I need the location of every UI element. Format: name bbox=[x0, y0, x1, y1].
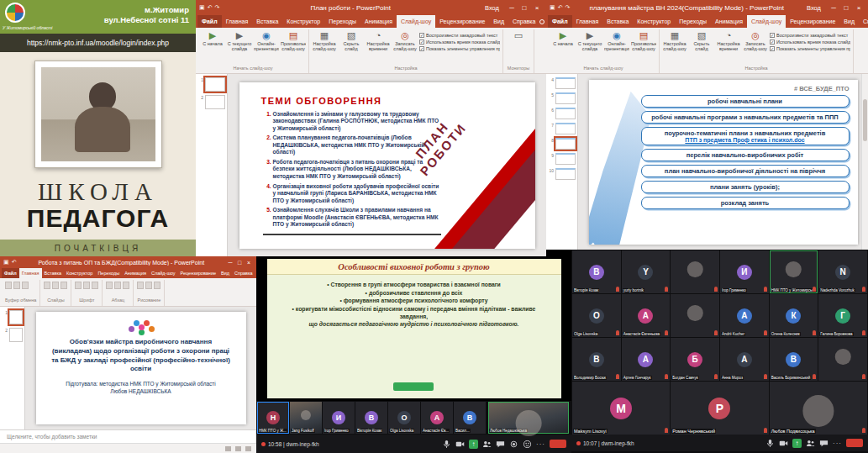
ribbon-tab[interactable]: Рецензирование bbox=[178, 268, 218, 278]
slide-thumbnail[interactable]: 1 bbox=[2, 310, 23, 324]
ribbon-button[interactable] bbox=[123, 282, 129, 289]
present-online-button[interactable]: Онлайн-презентация bbox=[604, 30, 629, 51]
option-checkbox[interactable]: Воспроизвести закадровый текст bbox=[770, 33, 850, 38]
slide-thumbnail[interactable]: 8 bbox=[548, 138, 576, 150]
chat-icon[interactable] bbox=[496, 440, 505, 449]
slide-thumbnail[interactable]: 7 bbox=[548, 123, 576, 134]
sign-in-button[interactable]: Вход bbox=[803, 3, 824, 13]
setup-slideshow-button[interactable]: Настройка слайд-шоу bbox=[662, 30, 687, 51]
participant-tile[interactable] bbox=[671, 250, 719, 293]
redo-icon[interactable] bbox=[566, 4, 571, 11]
option-checkbox[interactable]: Использовать время показа слайдов bbox=[770, 40, 850, 45]
ribbon-tab[interactable]: Файл bbox=[548, 15, 572, 28]
participant-tile[interactable]: Y yuriy bortnik bbox=[622, 250, 671, 293]
record-icon[interactable] bbox=[509, 440, 518, 449]
mic-icon[interactable] bbox=[442, 440, 451, 449]
maximize-button[interactable] bbox=[518, 4, 530, 12]
participant-tile[interactable]: В Васил... bbox=[454, 402, 486, 434]
ribbon-tab[interactable]: Вид bbox=[489, 15, 508, 28]
custom-show-button[interactable]: Произвольное слайд-шоу bbox=[281, 30, 306, 51]
option-checkbox[interactable]: Воспроизвести закадровый текст bbox=[419, 33, 500, 38]
participant-tile[interactable]: В Василь Бориминський bbox=[770, 338, 818, 381]
option-checkbox[interactable]: Показать элементы управления проигрывани… bbox=[419, 46, 500, 51]
maximize-button[interactable] bbox=[840, 4, 852, 12]
ribbon-tab[interactable]: Справка bbox=[508, 15, 539, 28]
video-icon[interactable] bbox=[779, 439, 788, 448]
slide-thumbnail[interactable]: 2 bbox=[2, 328, 23, 342]
minimize-button[interactable] bbox=[226, 260, 234, 266]
ribbon-button[interactable] bbox=[22, 282, 29, 289]
title-bar[interactable]: Робота з питань ОП та БЖД(Compatibility … bbox=[0, 256, 256, 268]
option-checkbox[interactable]: Использовать время показа слайдов bbox=[419, 40, 500, 45]
ribbon-button[interactable] bbox=[44, 282, 50, 289]
undo-icon[interactable] bbox=[208, 4, 213, 11]
slideshow-view-icon[interactable] bbox=[245, 446, 251, 451]
ribbon-button[interactable] bbox=[83, 282, 90, 289]
ribbon-tab[interactable]: Главная bbox=[222, 15, 253, 28]
slide-canvas[interactable]: # ВСЕ_БУДЕ_ПТО робочі навчальні плани ро… bbox=[589, 80, 858, 245]
participant-tile[interactable]: К Олена Колесник bbox=[770, 294, 818, 337]
more-options-icon[interactable] bbox=[833, 439, 842, 448]
record-slideshow-button[interactable]: Записать слайд-шоу bbox=[392, 30, 418, 51]
ribbon-tab[interactable]: Анимация bbox=[122, 268, 149, 278]
ribbon-tab[interactable]: Слайд-шоу bbox=[149, 268, 178, 278]
record-slideshow-button[interactable]: Записать слайд-шоу bbox=[743, 30, 768, 51]
participant-tile[interactable]: N Nadezhda Vorozhuk bbox=[818, 250, 867, 293]
minimize-button[interactable] bbox=[828, 4, 839, 12]
slide-thumbnail[interactable]: 6 bbox=[548, 108, 576, 119]
participant-tile[interactable]: А Andrii Kucher bbox=[720, 294, 769, 337]
slide-canvas[interactable]: ТЕМИ ОБГОВОРЕННЯ Ознайомлення із змінами… bbox=[239, 82, 535, 249]
close-button[interactable] bbox=[245, 260, 253, 266]
participant-tile[interactable] bbox=[818, 338, 867, 381]
share-button[interactable]: Поделиться bbox=[539, 15, 546, 28]
participant-tile[interactable]: А Артем Гончарук bbox=[622, 338, 671, 381]
doc-link[interactable]: ПТП з предмета Проф етика і психол.doc bbox=[647, 137, 844, 143]
sign-in-button[interactable]: Вход bbox=[481, 3, 502, 13]
ribbon-button[interactable] bbox=[5, 282, 12, 289]
participant-tile[interactable]: Любов Подвисоцька bbox=[770, 382, 867, 435]
participant-tile[interactable]: В Вікторія Козак bbox=[355, 402, 387, 434]
slide-canvas[interactable]: Обов'язки майстра виробничого навчання (… bbox=[36, 312, 246, 424]
slide-thumbnail[interactable]: 9 bbox=[548, 153, 576, 165]
slide-thumbnail[interactable]: 1 bbox=[197, 77, 225, 92]
ribbon-tab[interactable]: Слайд-шоу bbox=[397, 15, 435, 28]
poster-window[interactable]: У Житомирській області м.Житомир вул.Неб… bbox=[0, 0, 196, 256]
ribbon-tab[interactable]: Файл bbox=[2, 268, 19, 278]
from-current-slide-button[interactable]: С текущего слайда bbox=[227, 30, 252, 51]
close-button[interactable] bbox=[531, 4, 543, 12]
ribbon-tab[interactable]: Вставка bbox=[252, 15, 282, 28]
title-bar[interactable]: планування майстра ВН 2024(Compatibility… bbox=[546, 0, 868, 15]
slide-thumbnail[interactable]: 2 bbox=[197, 95, 225, 109]
ribbon-button[interactable] bbox=[137, 282, 144, 289]
participant-tile[interactable] bbox=[671, 294, 719, 337]
ribbon-tab[interactable]: Вид bbox=[218, 268, 232, 278]
ribbon-button[interactable] bbox=[92, 282, 98, 289]
ribbon-button[interactable] bbox=[52, 282, 59, 289]
end-meeting-button[interactable] bbox=[846, 439, 863, 447]
participant-tile[interactable]: О Olga Lisovska bbox=[388, 402, 420, 434]
ribbon-tab[interactable]: Справка bbox=[232, 268, 255, 278]
slide-sorter-icon[interactable] bbox=[235, 446, 241, 451]
save-icon[interactable] bbox=[3, 259, 9, 266]
participant-tile[interactable]: И Ігор Грименко bbox=[720, 250, 769, 293]
chat-icon[interactable] bbox=[819, 439, 829, 448]
ribbon-button[interactable] bbox=[13, 282, 20, 289]
end-meeting-button[interactable] bbox=[550, 440, 566, 448]
ribbon-tab[interactable]: Вставка bbox=[42, 268, 64, 278]
rehearse-timings-button[interactable]: Настройка времени bbox=[716, 30, 741, 51]
save-icon[interactable] bbox=[199, 4, 205, 11]
ribbon-tab[interactable]: Файл bbox=[197, 15, 222, 28]
setup-slideshow-button[interactable]: Настройка слайд-шоу bbox=[312, 30, 337, 51]
title-bar[interactable]: План роботи - PowerPoint Вход bbox=[196, 0, 546, 15]
save-icon[interactable] bbox=[550, 4, 555, 11]
ribbon-tab[interactable]: Справка bbox=[859, 15, 868, 28]
ribbon-tab[interactable]: Рецензирование bbox=[786, 15, 839, 28]
redo-icon[interactable] bbox=[215, 4, 220, 11]
participant-tile[interactable]: М Maksym Lisovyi bbox=[572, 382, 670, 435]
video-icon[interactable] bbox=[455, 440, 465, 449]
participant-tile[interactable]: В Володимир Босюк bbox=[572, 338, 621, 381]
undo-icon[interactable] bbox=[12, 259, 17, 266]
ribbon-tab[interactable]: Вид bbox=[839, 15, 859, 28]
present-online-button[interactable]: Онлайн-презентация bbox=[254, 30, 279, 51]
participant-tile[interactable]: А Анна Мороз bbox=[720, 338, 769, 381]
